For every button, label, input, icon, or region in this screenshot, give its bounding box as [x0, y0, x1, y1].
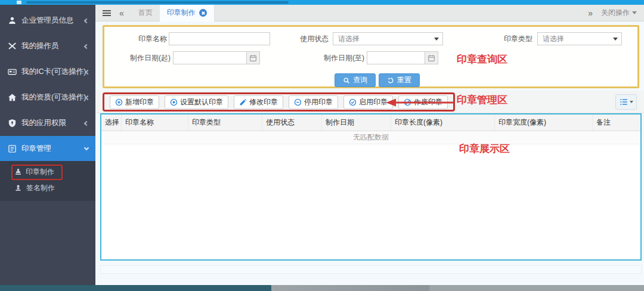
caret-down-icon	[632, 11, 637, 14]
table-header-seal-width[interactable]: 印章宽度(像素)	[495, 114, 593, 131]
shield-icon	[8, 119, 17, 128]
modify-seal-button[interactable]: 修改印章	[234, 95, 283, 109]
table-header-make-date[interactable]: 制作日期	[322, 114, 391, 131]
toolbar-button-label: 启用印章	[359, 97, 388, 107]
plus-circle-icon	[115, 98, 123, 106]
view-mode-dropdown[interactable]	[615, 94, 637, 110]
scroll-tabs-right-icon[interactable]: »	[588, 8, 593, 18]
sidebar-item-app-permissions[interactable]: 我的应用权限	[0, 110, 95, 136]
sidebar-item-admin-info[interactable]: 企业管理员信息	[0, 8, 95, 33]
type-select-value: 请选择	[543, 34, 564, 44]
caret-down-icon	[630, 101, 633, 103]
reset-button-label: 重置	[397, 75, 411, 85]
chevron-left-icon	[84, 44, 89, 48]
toolbar-button-label: 停用印章	[304, 97, 333, 107]
table-header-status[interactable]: 使用状态	[262, 114, 322, 131]
sidebar-item-operators[interactable]: 我的操作员	[0, 33, 95, 59]
sidebar-item-label: 我的资质(可选操作)	[21, 92, 86, 103]
top-blue-bar	[0, 0, 644, 5]
sidebar-item-qualifications[interactable]: 我的资质(可选操作)	[0, 85, 95, 110]
sidebar-subitem-label: 印章制作	[26, 167, 54, 177]
close-icon[interactable]	[199, 9, 207, 17]
check-circle-icon	[349, 98, 357, 106]
chevron-left-icon	[85, 69, 90, 74]
annotation-manage-area: 印章管理区	[457, 93, 507, 107]
pencil-icon	[239, 98, 247, 106]
seal-name-input[interactable]	[169, 32, 270, 45]
search-button[interactable]: 查询	[335, 73, 376, 87]
red-highlight-box: 印章制作	[11, 165, 63, 180]
empty-state-text: 无匹配数据	[353, 132, 389, 143]
set-default-seal-button[interactable]: 设置默认印章	[165, 95, 228, 109]
seal-name-label: 印章名称	[116, 34, 167, 44]
annotation-arrow-icon	[385, 98, 453, 107]
menu-toggle-icon[interactable]	[103, 13, 111, 14]
status-select-value: 请选择	[338, 34, 360, 44]
annotation-display-area: 印章展示区	[459, 142, 510, 156]
main-area: « 首页 印章制作 » 关闭操作	[95, 5, 644, 285]
stamp-icon	[14, 184, 22, 192]
tab-home[interactable]: 首页	[131, 5, 160, 21]
app-logo-icon	[17, 1, 21, 4]
table-header-seal-name[interactable]: 印章名称	[122, 114, 188, 131]
chevron-down-icon	[84, 146, 89, 150]
chevron-left-icon	[84, 120, 89, 125]
date-from-input[interactable]	[174, 52, 246, 64]
sidebar-item-signature-make[interactable]: 签名制作	[0, 180, 95, 196]
type-select[interactable]: 请选择	[537, 32, 622, 45]
toolbar-button-label: 设置默认印章	[180, 97, 223, 107]
sidebar-item-seal-management[interactable]: 印章管理	[0, 136, 95, 161]
list-view-icon	[620, 98, 628, 106]
table-header-row: 选择 印章名称 印章类型 使用状态 制作日期 印章长度(像素) 印章宽度(像素)…	[101, 114, 640, 131]
sidebar-item-label: 我的IC卡(可选操作)	[21, 67, 86, 77]
close-operations-label: 关闭操作	[601, 8, 630, 18]
sidebar-item-label: 企业管理员信息	[21, 16, 85, 26]
calendar-icon[interactable]	[425, 52, 438, 64]
date-from-field	[173, 51, 260, 64]
tools-icon	[8, 42, 17, 51]
home-icon	[8, 93, 17, 102]
table-header-seal-length[interactable]: 印章长度(像素)	[391, 114, 495, 131]
sidebar-item-label: 印章管理	[21, 144, 85, 154]
date-to-label: 制作日期(至)	[314, 53, 364, 63]
sidebar-subitem-label: 签名制作	[26, 183, 55, 193]
empty-state-row: 无匹配数据	[101, 131, 640, 144]
window-title-cutoff	[26, 1, 289, 4]
tab-seal-make[interactable]: 印章制作	[160, 5, 215, 21]
search-button-label: 查询	[353, 75, 367, 85]
calendar-icon[interactable]	[246, 52, 259, 64]
status-label: 使用状态	[287, 34, 329, 44]
sidebar-submenu: 印章制作 签名制作	[0, 161, 95, 201]
date-to-input[interactable]	[367, 52, 425, 64]
date-to-field	[367, 51, 438, 64]
seal-table-panel: 选择 印章名称 印章类型 使用状态 制作日期 印章长度(像素) 印章宽度(像素)…	[100, 113, 642, 261]
bottom-taskbar-strip	[0, 285, 644, 291]
tab-bar: « 首页 印章制作 » 关闭操作	[95, 5, 644, 21]
close-operations-dropdown[interactable]: 关闭操作	[601, 8, 637, 18]
add-seal-button[interactable]: 新增印章	[110, 95, 159, 109]
caret-down-icon	[613, 38, 618, 41]
pagination-strip	[100, 265, 642, 274]
annotation-query-area: 印章查询区	[457, 52, 507, 66]
table-header-select[interactable]: 选择	[101, 114, 122, 131]
seal-folder-icon	[8, 144, 17, 153]
sidebar-item-label: 我的应用权限	[21, 118, 85, 128]
user-icon	[8, 16, 17, 25]
status-select[interactable]: 请选择	[333, 32, 443, 45]
disable-seal-button[interactable]: 停用印章	[289, 95, 338, 109]
reset-button[interactable]: 重置	[379, 73, 420, 87]
sidebar-item-ic-card[interactable]: 我的IC卡(可选操作)	[0, 59, 95, 85]
tab-label: 首页	[138, 8, 153, 18]
sidebar-item-seal-make[interactable]: 印章制作	[0, 164, 95, 180]
search-icon	[343, 77, 350, 84]
chevron-left-icon	[85, 95, 90, 100]
table-header-seal-type[interactable]: 印章类型	[188, 114, 262, 131]
scroll-tabs-left-icon[interactable]: «	[119, 8, 124, 18]
sidebar: 企业管理员信息 我的操作员 我的IC卡(可选操作) 我的资质(可选操作)	[0, 5, 95, 285]
date-from-label: 制作日期(起)	[120, 53, 171, 63]
table-header-remark[interactable]: 备注	[593, 114, 640, 131]
stamp-icon	[14, 168, 22, 176]
chevron-left-icon	[84, 18, 89, 23]
sidebar-item-label: 我的操作员	[21, 41, 85, 51]
seal-query-panel: 印章名称 使用状态 请选择 印章类型 请选择 制作日期(起)	[103, 25, 639, 88]
